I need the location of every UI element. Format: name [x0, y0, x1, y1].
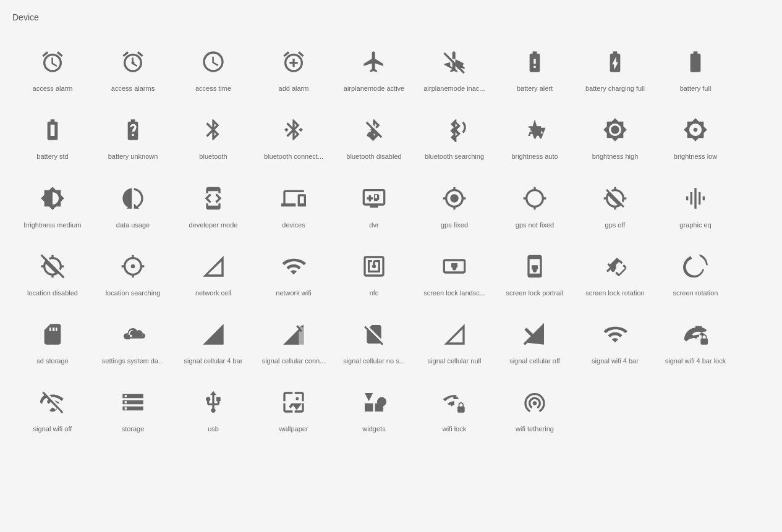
developer-mode-icon — [198, 184, 228, 213]
screen-lock-rotation-icon — [600, 251, 630, 281]
signal-wifi-4bar-lock-icon — [681, 319, 710, 349]
gps-not-fixed-label: gps not fixed — [516, 221, 554, 229]
icon-item-usb: usb — [173, 375, 253, 443]
icon-item-airplanemode-inactive: airplanemode inac... — [414, 35, 495, 103]
access-alarm-icon — [38, 47, 67, 77]
usb-icon — [198, 387, 228, 417]
screen-rotation-icon — [681, 251, 710, 281]
icon-item-sd-storage: sd storage — [12, 307, 93, 375]
battery-charging-full-label: battery charging full — [585, 84, 645, 93]
icon-item-brightness-auto: brightness auto — [495, 103, 575, 171]
bluetooth-label: bluetooth — [199, 152, 227, 161]
brightness-medium-icon — [38, 184, 67, 213]
battery-unknown-label: battery unknown — [108, 152, 158, 161]
location-searching-icon — [118, 251, 148, 281]
airplanemode-active-label: airplanemode active — [344, 84, 404, 93]
add-alarm-label: add alarm — [279, 84, 309, 93]
icon-item-brightness-medium: brightness medium — [12, 171, 93, 239]
devices-label: devices — [282, 221, 305, 229]
gps-off-icon — [600, 184, 630, 213]
graphic-eq-icon — [681, 184, 710, 213]
screen-lock-portrait-label: screen lock portrait — [506, 289, 564, 297]
signal-cellular-4bar-label: signal cellular 4 bar — [184, 357, 243, 365]
icon-grid: access alarm access alarms access time a… — [12, 35, 770, 444]
icon-item-signal-cellular-connected: signal cellular conn... — [253, 307, 334, 375]
brightness-high-icon — [600, 115, 630, 145]
sd-storage-icon — [38, 319, 67, 349]
bluetooth-searching-label: bluetooth searching — [425, 152, 484, 161]
bluetooth-disabled-label: bluetooth disabled — [346, 152, 401, 161]
access-time-label: access time — [195, 84, 231, 93]
icon-item-gps-off: gps off — [575, 171, 655, 239]
battery-alert-label: battery alert — [517, 84, 553, 93]
signal-cellular-connected-label: signal cellular conn... — [262, 357, 326, 365]
signal-cellular-connected-icon — [279, 319, 308, 349]
icon-item-brightness-high: brightness high — [575, 103, 655, 171]
wifi-lock-icon — [440, 387, 469, 417]
data-usage-icon — [118, 184, 148, 213]
icon-item-signal-cellular-off: signal cellular off — [495, 307, 575, 375]
icon-item-devices: devices — [253, 171, 334, 239]
icon-item-signal-cellular-4bar: signal cellular 4 bar — [173, 307, 253, 375]
widgets-label: widgets — [362, 424, 385, 433]
airplanemode-inactive-label: airplanemode inac... — [423, 84, 485, 93]
icon-item-storage: storage — [93, 375, 173, 443]
gps-not-fixed-icon — [520, 184, 550, 213]
location-searching-label: location searching — [106, 289, 161, 297]
signal-cellular-no-sim-label: signal cellular no s... — [343, 357, 405, 365]
bluetooth-searching-icon — [440, 115, 469, 145]
screen-lock-landscape-icon — [440, 251, 469, 281]
icon-item-signal-wifi-4bar: signal wifi 4 bar — [575, 307, 655, 375]
storage-label: storage — [122, 424, 145, 433]
wifi-tethering-icon — [520, 387, 550, 417]
signal-cellular-no-sim-icon — [359, 319, 389, 349]
location-disabled-label: location disabled — [27, 289, 78, 297]
battery-full-icon — [681, 47, 710, 77]
icon-item-screen-rotation: screen rotation — [655, 239, 736, 307]
battery-full-label: battery full — [680, 84, 712, 93]
icon-item-airplanemode-active: airplanemode active — [334, 35, 414, 103]
brightness-low-icon — [681, 115, 710, 145]
usb-label: usb — [208, 424, 219, 433]
signal-cellular-null-icon — [440, 319, 469, 349]
signal-cellular-off-icon — [520, 319, 550, 349]
icon-item-location-disabled: location disabled — [12, 239, 93, 307]
wallpaper-icon — [279, 387, 308, 417]
screen-lock-portrait-icon — [520, 251, 550, 281]
icon-item-bluetooth: bluetooth — [173, 103, 253, 171]
icon-item-battery-charging-full: battery charging full — [575, 35, 655, 103]
svg-point-2 — [131, 264, 135, 269]
add-alarm-icon — [279, 47, 308, 77]
icon-item-signal-wifi-4bar-lock: signal wifi 4 bar lock — [655, 307, 736, 375]
icon-item-signal-cellular-null: signal cellular null — [414, 307, 495, 375]
nfc-icon — [359, 251, 389, 281]
network-cell-icon — [198, 251, 228, 281]
data-usage-label: data usage — [116, 221, 150, 229]
screen-lock-landscape-label: screen lock landsc... — [423, 289, 485, 297]
icon-item-battery-unknown: battery unknown — [93, 103, 173, 171]
battery-alert-icon — [520, 47, 550, 77]
gps-fixed-icon — [440, 184, 469, 213]
icon-item-gps-fixed: gps fixed — [414, 171, 495, 239]
wifi-lock-label: wifi lock — [443, 424, 467, 433]
icon-item-signal-cellular-no-sim: signal cellular no s... — [334, 307, 414, 375]
battery-std-label: battery std — [36, 152, 68, 161]
icon-item-battery-std: battery std — [12, 103, 93, 171]
icon-item-brightness-low: brightness low — [655, 103, 736, 171]
brightness-medium-label: brightness medium — [24, 221, 82, 229]
icon-item-access-alarms: access alarms — [93, 35, 173, 103]
bluetooth-connected-icon — [279, 115, 308, 145]
access-alarm-label: access alarm — [33, 84, 73, 93]
widgets-icon — [359, 387, 389, 417]
icon-item-screen-lock-portrait: screen lock portrait — [495, 239, 575, 307]
developer-mode-label: developer mode — [189, 221, 238, 229]
battery-std-icon — [38, 115, 67, 145]
icon-item-bluetooth-connected: bluetooth connect... — [253, 103, 334, 171]
signal-cellular-null-label: signal cellular null — [428, 357, 482, 365]
signal-cellular-off-label: signal cellular off — [509, 357, 560, 365]
icon-item-battery-full: battery full — [655, 35, 736, 103]
dvr-icon — [359, 184, 389, 213]
dvr-label: dvr — [369, 221, 378, 229]
icon-item-network-wifi: network wifi — [253, 239, 334, 307]
icon-item-wifi-lock: wifi lock — [414, 375, 495, 443]
